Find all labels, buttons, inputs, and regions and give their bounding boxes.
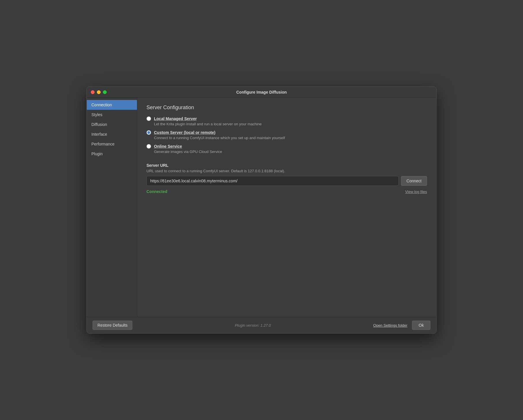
- radio-custom-server[interactable]: [146, 130, 151, 135]
- restore-defaults-button[interactable]: Restore Defaults: [93, 321, 132, 330]
- server-url-label: Server URL: [146, 163, 427, 168]
- sidebar-item-plugin[interactable]: Plugin: [87, 149, 137, 159]
- section-title: Server Configuration: [146, 105, 427, 111]
- main-content: Connection Styles Diffusion Interface Pe…: [87, 98, 436, 317]
- connect-button[interactable]: Connect: [401, 176, 427, 186]
- url-input[interactable]: [146, 176, 399, 186]
- sidebar: Connection Styles Diffusion Interface Pe…: [87, 98, 137, 317]
- sidebar-item-styles[interactable]: Styles: [87, 110, 137, 120]
- version-text: Plugin version: 1.27.0: [235, 323, 271, 328]
- bottom-bar: Restore Defaults Plugin version: 1.27.0 …: [87, 317, 436, 333]
- server-url-section: Server URL URL used to connect to a runn…: [146, 163, 427, 194]
- radio-option-custom: Custom Server (local or remote) Connect …: [146, 130, 427, 140]
- radio-local-label[interactable]: Local Managed Server: [154, 116, 197, 121]
- view-log-link[interactable]: View log files: [405, 190, 427, 194]
- sidebar-item-connection[interactable]: Connection: [87, 100, 137, 110]
- window-title: Configure Image Diffusion: [236, 90, 287, 94]
- radio-online-label[interactable]: Online Service: [154, 144, 182, 149]
- server-url-desc: URL used to connect to a running ComfyUI…: [146, 169, 427, 173]
- sidebar-item-interface[interactable]: Interface: [87, 129, 137, 139]
- open-settings-link[interactable]: Open Settings folder: [373, 323, 408, 328]
- url-row: Connect: [146, 176, 427, 186]
- radio-option-online: Online Service Generate images via GPU C…: [146, 144, 427, 154]
- radio-option-local: Local Managed Server Let the Krita plugi…: [146, 116, 427, 126]
- maximize-button[interactable]: [103, 90, 107, 94]
- radio-group: Local Managed Server Let the Krita plugi…: [146, 116, 427, 158]
- ok-button[interactable]: Ok: [412, 321, 430, 330]
- sidebar-item-performance[interactable]: Performance: [87, 139, 137, 149]
- main-window: Configure Image Diffusion Connection Sty…: [86, 86, 437, 334]
- title-bar: Configure Image Diffusion: [87, 87, 436, 98]
- radio-online-service[interactable]: [146, 144, 151, 149]
- window-controls: [91, 90, 107, 94]
- radio-local-desc: Let the Krita plugin install and run a l…: [154, 122, 427, 126]
- close-button[interactable]: [91, 90, 95, 94]
- connection-status: Connected: [146, 189, 167, 194]
- radio-online-desc: Generate images via GPU Cloud Service: [154, 150, 427, 154]
- content-area: Server Configuration Local Managed Serve…: [137, 98, 436, 317]
- radio-local-managed[interactable]: [146, 116, 151, 121]
- content-scroll[interactable]: Server Configuration Local Managed Serve…: [137, 98, 436, 317]
- sidebar-item-diffusion[interactable]: Diffusion: [87, 120, 137, 129]
- minimize-button[interactable]: [97, 90, 101, 94]
- radio-custom-label[interactable]: Custom Server (local or remote): [154, 130, 215, 135]
- status-row: Connected View log files: [146, 189, 427, 194]
- radio-custom-desc: Connect to a running ComfyUI instance wh…: [154, 136, 427, 140]
